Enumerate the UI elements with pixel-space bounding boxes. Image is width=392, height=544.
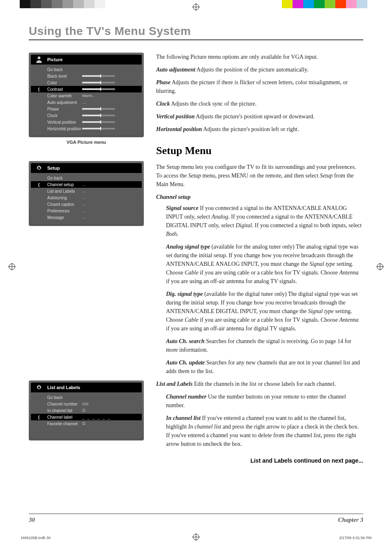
menu-row: Channel number010 — [31, 401, 142, 407]
menu-row: Channel label_ _ _ _ _ _ — [31, 414, 142, 420]
chapter-label: Chapter 3 — [338, 516, 363, 523]
definition: Phase Adjusts the picture if there is fl… — [156, 78, 363, 95]
analog-signal-def: Analog signal type (available for the an… — [166, 242, 363, 286]
print-file: 1665105B.indb 30 — [21, 536, 51, 540]
menu-row: Autotuning... — [31, 194, 142, 201]
auto-ch-search-def: Auto Ch. search Searches for channels th… — [166, 337, 363, 354]
definition: Horizontal position Adjusts the picture'… — [156, 125, 363, 134]
registration-mark-top — [192, 3, 200, 11]
menu-row: Color — [31, 79, 142, 86]
menu-row: Phase — [31, 106, 142, 112]
setup-intro: The Setup menu lets you configure the TV… — [156, 163, 363, 189]
menu-row: Auto adjustment.... — [31, 99, 142, 106]
list-labels-menu-title: List and Labels — [47, 385, 80, 390]
page-footer: 30 Chapter 3 — [29, 514, 363, 523]
page-number: 30 — [29, 516, 35, 523]
setup-menu-screenshot: Setup Go backChannel setup...List and La… — [29, 161, 144, 226]
definition: Auto adjustment Adjusts the position of … — [156, 65, 363, 74]
menu-row: Contrast — [31, 86, 142, 92]
menu-row: Preferences... — [31, 207, 142, 214]
menu-row: Clock — [31, 112, 142, 119]
gear-icon — [33, 164, 45, 172]
menu-row: List and Labels... — [31, 188, 142, 194]
auto-ch-update-def: Auto Ch. update Searches for any new cha… — [166, 358, 363, 376]
list-labels-def: List and Labels Edit the channels in the… — [156, 380, 363, 388]
menu-row: Go back — [31, 394, 142, 401]
intro-text: The following Picture menu options are o… — [156, 53, 363, 61]
menu-row: Favorite channel☑ — [31, 420, 142, 427]
print-date: 2/17/06 6:31:56 PM — [339, 536, 371, 540]
menu-row: Channel setup... — [31, 181, 142, 188]
menu-row: Message... — [31, 214, 142, 221]
gear-icon — [33, 383, 45, 392]
menu-row: Horizontal position — [31, 125, 142, 132]
channel-setup-subheading: Channel setup — [156, 193, 363, 201]
picture-menu-title: Picture — [47, 57, 62, 62]
continued-text: List and Labels continued on next page..… — [156, 456, 363, 465]
channel-number-def: Channel number Use the number buttons on… — [166, 392, 363, 410]
picture-menu-screenshot: Picture Go backBlack levelColorContrastC… — [29, 53, 144, 137]
person-icon — [33, 55, 45, 64]
definition: Vertical position Adjusts the picture's … — [156, 112, 363, 121]
left-column: Picture Go backBlack levelColorContrastC… — [29, 53, 144, 469]
registration-mark-left — [8, 263, 16, 270]
registration-mark-right — [376, 263, 384, 270]
body-text: The following Picture menu options are o… — [156, 53, 363, 469]
menu-row: Go back — [31, 66, 142, 73]
list-labels-menu-screenshot: List and Labels Go backChannel number010… — [29, 380, 144, 440]
page-title: Using the TV's Menu System — [29, 25, 363, 40]
picture-menu-caption: VGA Picture menu — [29, 140, 144, 145]
print-footer: 1665105B.indb 30 2/17/06 6:31:56 PM — [21, 536, 371, 540]
menu-row: Go back — [31, 175, 142, 181]
page-content: Using the TV's Menu System Picture Go ba… — [29, 25, 363, 523]
setup-menu-title: Setup — [47, 166, 60, 171]
menu-row: In channel list☑ — [31, 407, 142, 414]
setup-menu-heading: Setup Menu — [156, 143, 363, 159]
signal-source-def: Signal source If you connected a signal … — [166, 204, 363, 238]
menu-row: Color warmthWarm... — [31, 92, 142, 99]
menu-row: Vertical position — [31, 119, 142, 125]
menu-row: Closed caption... — [31, 201, 142, 207]
dig-signal-def: Dig. signal type (available for the digi… — [166, 290, 363, 333]
svg-point-12 — [38, 57, 41, 60]
in-channel-list-def: In channel list If you've entered a chan… — [166, 414, 363, 448]
definition: Clock Adjusts the clock sync of the pict… — [156, 99, 363, 108]
menu-row: Black level — [31, 73, 142, 79]
